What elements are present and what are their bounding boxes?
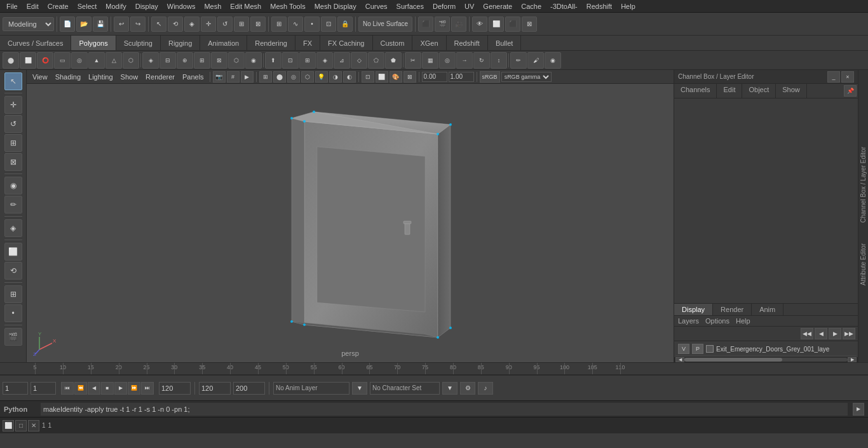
- tab-rendering[interactable]: Rendering: [247, 36, 295, 50]
- menu-cache[interactable]: Cache: [517, 2, 545, 11]
- step-fwd-btn[interactable]: ⏩: [128, 382, 140, 395]
- rotate-btn[interactable]: ↺: [217, 17, 233, 32]
- paint-btn[interactable]: ◈: [184, 17, 200, 32]
- layer-scroll-track[interactable]: [684, 358, 848, 362]
- menu-redshift[interactable]: Redshift: [583, 2, 616, 11]
- vp-res-btn[interactable]: ⬜: [376, 71, 388, 83]
- cone-btn[interactable]: ▲: [88, 52, 105, 69]
- combine-btn[interactable]: ⊞: [194, 52, 210, 69]
- pyramid-btn[interactable]: △: [105, 52, 122, 69]
- lasso-btn[interactable]: ⟲: [168, 17, 183, 32]
- snap-point-tool-btn[interactable]: •: [4, 304, 22, 322]
- vp-lighting-btn[interactable]: 💡: [315, 71, 328, 83]
- slide-btn[interactable]: →: [456, 52, 473, 69]
- vp-ao-btn[interactable]: ◐: [343, 71, 356, 83]
- tab-xgen[interactable]: XGen: [412, 36, 446, 50]
- vp-smooth-btn[interactable]: ⬤: [273, 71, 286, 83]
- layer-scroll-thumb[interactable]: [684, 358, 782, 362]
- panel-close-btn[interactable]: ×: [841, 71, 854, 83]
- ipr-btn[interactable]: 🎥: [451, 17, 466, 32]
- ch-tab-object[interactable]: Object: [742, 84, 776, 98]
- layer-scroll-left-btn[interactable]: ◀: [675, 357, 684, 362]
- paint-tool-btn[interactable]: ✏: [4, 196, 22, 214]
- torus-btn[interactable]: ◎: [71, 52, 88, 69]
- layer-playback-btn[interactable]: P: [692, 344, 703, 354]
- miniwindow-btn3[interactable]: ✕: [28, 420, 39, 431]
- no-anim-layer-label[interactable]: No Anim Layer: [273, 382, 349, 395]
- menu-modify[interactable]: Modify: [102, 2, 130, 11]
- select-tool-btn[interactable]: ↖: [4, 72, 22, 90]
- menu-windows[interactable]: Windows: [163, 2, 200, 11]
- scale-btn[interactable]: ⊞: [234, 17, 249, 32]
- fill-hole-btn[interactable]: ⬡: [228, 52, 245, 69]
- offset-btn[interactable]: ◎: [439, 52, 456, 69]
- split-btn[interactable]: ✂: [405, 52, 421, 69]
- layer-prev-btn[interactable]: ◀◀: [801, 328, 813, 339]
- vp-playback-btn[interactable]: ▶: [241, 71, 254, 83]
- gamma-dropdown[interactable]: sRGB gamma: [501, 72, 552, 82]
- go-to-start-btn[interactable]: ⏮: [61, 382, 74, 395]
- menu-generate[interactable]: Generate: [479, 2, 516, 11]
- side-tab-attribute-editor[interactable]: Attribute Editor: [858, 240, 868, 289]
- frame-end-input[interactable]: [159, 382, 191, 395]
- view-btn1[interactable]: 👁: [472, 17, 487, 32]
- menu-create[interactable]: Create: [44, 2, 72, 11]
- tab-curves-surfaces[interactable]: Curves / Surfaces: [0, 36, 71, 50]
- layer-opt-help[interactable]: Help: [736, 317, 750, 325]
- menu-edit-mesh[interactable]: Edit Mesh: [226, 2, 265, 11]
- mode-dropdown[interactable]: Modeling Rigging Animation FX Rendering …: [3, 17, 54, 31]
- menu-select[interactable]: Select: [74, 2, 101, 11]
- layer-visibility-btn[interactable]: V: [678, 344, 689, 354]
- viewport-3d[interactable]: View Shading Lighting Show Renderer Pane…: [27, 70, 674, 362]
- vp-display-btn[interactable]: ⊠: [403, 71, 416, 83]
- new-scene-btn[interactable]: 📄: [60, 17, 75, 32]
- sphere-btn[interactable]: ⬤: [3, 52, 19, 69]
- bc-settings-btn[interactable]: ⚙: [460, 382, 475, 395]
- mirror-btn[interactable]: ⊟: [159, 52, 176, 69]
- layer-opt-layers[interactable]: Layers: [678, 317, 699, 325]
- menu-file[interactable]: File: [3, 2, 22, 11]
- live-surface-btn[interactable]: No Live Surface: [358, 17, 412, 32]
- render-btn[interactable]: 🎬: [435, 17, 450, 32]
- vp-xray-btn[interactable]: ◎: [287, 71, 300, 83]
- vp-camera-btn[interactable]: 📷: [213, 71, 226, 83]
- anim-layer-dropdown-btn[interactable]: ▼: [352, 382, 367, 395]
- layer-scroll-right-btn[interactable]: ▶: [848, 357, 857, 362]
- menu-uv[interactable]: UV: [461, 2, 478, 11]
- wedge-btn[interactable]: ⊿: [334, 52, 350, 69]
- bridge-btn[interactable]: ⊡: [282, 52, 299, 69]
- layer-tab-anim[interactable]: Anim: [752, 304, 783, 315]
- miniwindow-btn2[interactable]: □: [15, 420, 27, 431]
- view-btn2[interactable]: ⬜: [489, 17, 504, 32]
- poke-btn[interactable]: ◈: [316, 52, 333, 69]
- tab-custom[interactable]: Custom: [373, 36, 413, 50]
- append-btn[interactable]: ⊞: [299, 52, 316, 69]
- reduce-btn[interactable]: ◉: [245, 52, 262, 69]
- ch-tab-show[interactable]: Show: [776, 84, 807, 98]
- range-end-input[interactable]: [199, 382, 231, 395]
- scale-tool-btn[interactable]: ⊞: [4, 134, 22, 152]
- stop-btn[interactable]: ■: [101, 382, 114, 395]
- vp-wire-btn[interactable]: ⊞: [259, 71, 272, 83]
- open-scene-btn[interactable]: 📂: [76, 17, 92, 32]
- snap-view-btn[interactable]: ⊡: [321, 17, 336, 32]
- select-btn[interactable]: ↖: [151, 17, 166, 32]
- ch-tab-edit[interactable]: Edit: [717, 84, 742, 98]
- view-btn3[interactable]: ⬛: [505, 17, 520, 32]
- current-frame-input[interactable]: [3, 382, 28, 395]
- menu-deform[interactable]: Deform: [429, 2, 459, 11]
- step-back-btn[interactable]: ⏪: [74, 382, 87, 395]
- cmd-run-btn[interactable]: ▶: [853, 403, 864, 416]
- lock-btn[interactable]: 🔒: [337, 17, 353, 32]
- soft-sel-tool-btn[interactable]: ◉: [4, 177, 22, 194]
- vp-color-btn[interactable]: 🎨: [390, 71, 402, 83]
- layer-item[interactable]: V P Exit_Emergency_Doors_Grey_001_laye: [675, 343, 857, 356]
- layer-scrollbar[interactable]: ◀ ▶: [674, 357, 858, 362]
- vp-menu-view[interactable]: View: [29, 72, 51, 81]
- menu-mesh[interactable]: Mesh: [200, 2, 225, 11]
- snap-grid-btn[interactable]: ⊞: [271, 17, 287, 32]
- vp-hud-btn[interactable]: ⊡: [362, 71, 374, 83]
- menu-help[interactable]: Help: [617, 2, 639, 11]
- subdiv-btn[interactable]: ◈: [142, 52, 159, 69]
- soft-sel-btn[interactable]: ◉: [545, 52, 561, 69]
